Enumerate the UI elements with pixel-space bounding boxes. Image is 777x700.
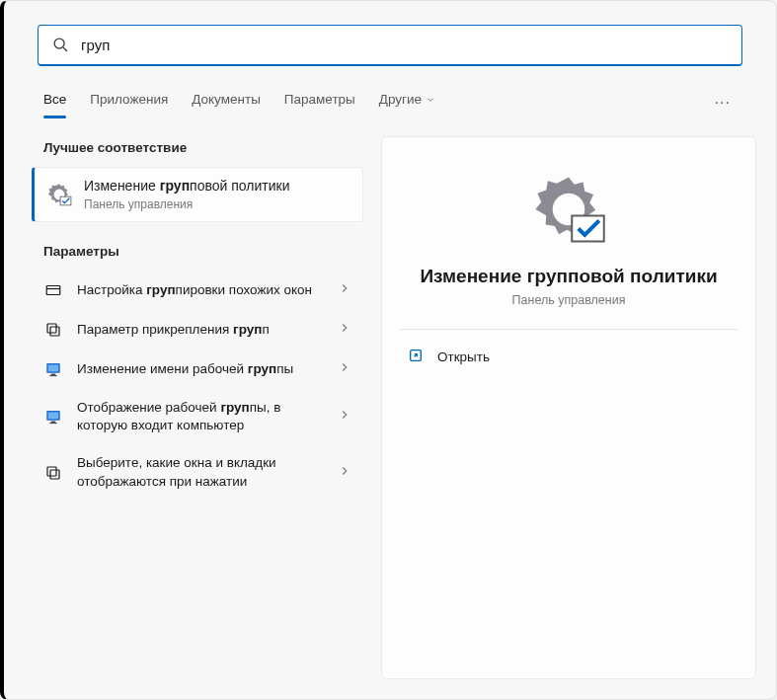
svg-rect-2 <box>60 196 71 205</box>
setting-label: Изменение имени рабочей группы <box>77 360 324 378</box>
preview-pane: Изменение групповой политики Панель упра… <box>381 136 756 679</box>
search-box[interactable]: груп <box>38 25 742 66</box>
setting-item[interactable]: Отображение рабочей группы, в которую вх… <box>28 389 367 444</box>
svg-rect-15 <box>50 470 59 479</box>
search-input[interactable]: груп <box>81 37 728 53</box>
results-column: Лучшее соответствие Изменение групповой … <box>28 136 367 679</box>
preview-subtitle: Панель управления <box>400 293 738 330</box>
setting-label: Параметр прикрепления групп <box>77 321 324 339</box>
chevron-down-icon <box>426 95 435 105</box>
action-open[interactable]: Открыть <box>400 330 738 376</box>
gear-check-icon <box>46 182 72 207</box>
setting-label: Отображение рабочей группы, в которую вх… <box>77 399 324 434</box>
svg-rect-3 <box>46 286 60 295</box>
more-options-button[interactable]: ··· <box>709 90 737 116</box>
tab-apps[interactable]: Приложения <box>90 86 168 118</box>
svg-rect-9 <box>51 374 56 376</box>
svg-rect-8 <box>48 365 59 372</box>
gear-check-icon-large <box>530 171 607 248</box>
setting-item[interactable]: Выберите, какие окна и вкладки отображаю… <box>28 444 367 500</box>
chevron-right-icon <box>338 321 351 339</box>
svg-rect-13 <box>51 422 56 424</box>
best-match-title: Изменение групповой политики <box>84 178 289 194</box>
svg-rect-10 <box>49 375 57 376</box>
section-best-match: Лучшее соответствие <box>28 136 367 167</box>
best-match-subtitle: Панель управления <box>84 197 289 211</box>
copy-icon <box>43 463 63 483</box>
action-open-label: Открыть <box>437 350 490 364</box>
chevron-right-icon <box>338 360 351 378</box>
setting-label: Настройка группировки похожих окон <box>77 281 324 299</box>
svg-rect-6 <box>47 324 56 333</box>
svg-rect-14 <box>49 423 57 424</box>
best-match-item[interactable]: Изменение групповой политики Панель упра… <box>32 167 363 222</box>
tabs-bar: Все Приложения Документы Параметры Други… <box>4 80 776 118</box>
setting-label: Выберите, какие окна и вкладки отображаю… <box>77 454 324 490</box>
monitor-icon <box>43 407 63 427</box>
setting-item[interactable]: Параметр прикрепления групп <box>28 310 367 350</box>
chevron-right-icon <box>338 281 351 299</box>
tab-settings[interactable]: Параметры <box>284 86 355 118</box>
svg-point-0 <box>54 39 64 48</box>
search-icon <box>52 37 69 53</box>
svg-rect-5 <box>50 327 59 336</box>
svg-rect-16 <box>47 467 56 476</box>
section-settings: Параметры <box>28 240 367 271</box>
tab-all[interactable]: Все <box>43 86 66 118</box>
svg-line-1 <box>63 47 67 51</box>
tab-more[interactable]: Другие <box>379 86 435 118</box>
open-icon <box>408 348 424 366</box>
svg-rect-12 <box>48 413 59 420</box>
copy-icon <box>43 320 63 340</box>
window-icon <box>43 280 63 300</box>
chevron-right-icon <box>338 408 351 426</box>
monitor-icon <box>43 359 63 379</box>
setting-item[interactable]: Изменение имени рабочей группы <box>28 350 367 389</box>
chevron-right-icon <box>338 464 351 482</box>
svg-rect-17 <box>572 216 604 242</box>
preview-title: Изменение групповой политики <box>400 266 738 287</box>
setting-item[interactable]: Настройка группировки похожих окон <box>28 271 367 310</box>
tab-documents[interactable]: Документы <box>192 86 261 118</box>
